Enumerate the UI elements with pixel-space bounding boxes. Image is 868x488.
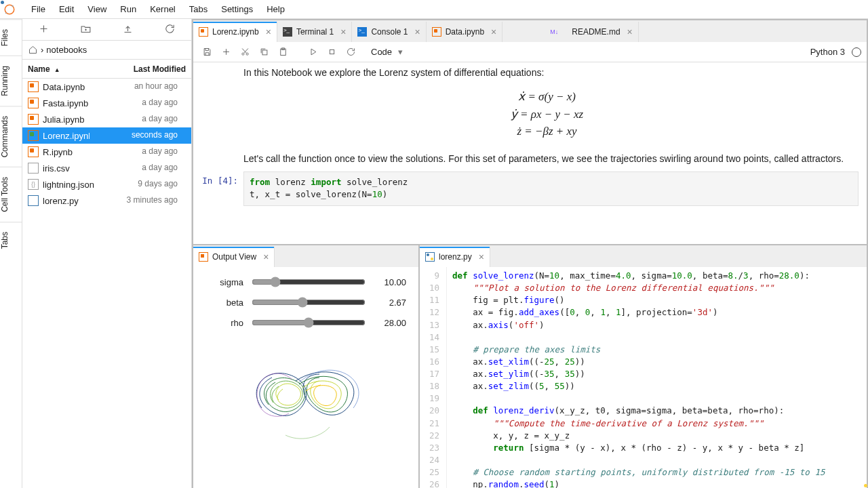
interrupt-button[interactable] bbox=[323, 44, 340, 60]
breadcrumb-item[interactable]: notebooks bbox=[46, 45, 87, 55]
file-browser-header[interactable]: Name▲ Last Modified bbox=[22, 60, 191, 79]
notebook-toolbar: Code Python 3 bbox=[193, 42, 867, 62]
markdown-cell[interactable]: In this Notebook we explore the Lorenz s… bbox=[243, 65, 850, 166]
close-icon[interactable]: × bbox=[266, 26, 271, 37]
insert-cell-button[interactable] bbox=[218, 44, 234, 60]
refresh-button[interactable] bbox=[160, 23, 180, 37]
close-icon[interactable]: × bbox=[415, 26, 420, 37]
new-launcher-button[interactable] bbox=[33, 23, 54, 37]
kernel-name[interactable]: Python 3 bbox=[810, 47, 849, 57]
slider-rho: rho 28.00 bbox=[205, 317, 406, 328]
nb-icon bbox=[28, 98, 39, 108]
py-icon bbox=[28, 195, 39, 206]
nbrun-icon bbox=[28, 130, 39, 141]
file-browser-toolbar bbox=[22, 19, 191, 41]
menu-view[interactable]: View bbox=[81, 1, 113, 17]
file-item[interactable]: lorenz.py 3 minutes ago bbox=[22, 192, 191, 209]
close-icon[interactable]: × bbox=[627, 26, 633, 37]
tab-data-ipynb[interactable]: Data.ipynb × bbox=[427, 22, 503, 42]
nb-icon bbox=[432, 27, 441, 37]
code-editor[interactable]: def solve_lorenz(N=10, max_time=4.0, sig… bbox=[447, 267, 867, 488]
sort-asc-icon: ▲ bbox=[54, 66, 60, 73]
app-menubar: FileEditViewRunKernelTabsSettingsHelp bbox=[0, 0, 868, 19]
svg-point-1 bbox=[12, 5, 13, 6]
tab-terminal-1[interactable]: Terminal 1 × bbox=[277, 22, 353, 42]
slider-beta: beta 2.67 bbox=[205, 297, 406, 308]
cell-type-selector[interactable]: Code bbox=[367, 45, 406, 58]
nb-icon bbox=[28, 81, 39, 92]
tab-output-view[interactable]: Output View × bbox=[193, 247, 275, 267]
kernel-status-icon bbox=[852, 47, 861, 57]
svg-rect-5 bbox=[262, 50, 267, 55]
rail-running[interactable]: Running bbox=[0, 56, 22, 106]
input-prompt: In [4]: bbox=[201, 171, 243, 205]
svg-point-2 bbox=[5, 12, 7, 14]
breadcrumb[interactable]: › notebooks bbox=[22, 41, 191, 60]
menu-edit[interactable]: Edit bbox=[52, 1, 81, 17]
menu-settings[interactable]: Settings bbox=[214, 1, 260, 17]
close-icon[interactable]: × bbox=[479, 251, 484, 262]
menu-run[interactable]: Run bbox=[113, 1, 143, 17]
cut-button[interactable] bbox=[237, 44, 253, 60]
upload-button[interactable] bbox=[118, 23, 138, 37]
menu-help[interactable]: Help bbox=[260, 1, 292, 17]
file-browser: › notebooks Name▲ Last Modified Data.ipy… bbox=[22, 19, 192, 488]
slider-sigma-input[interactable] bbox=[252, 277, 366, 287]
slider-rho-input[interactable] bbox=[252, 317, 366, 328]
json-icon bbox=[28, 179, 39, 190]
close-icon[interactable]: × bbox=[263, 251, 269, 262]
nb-icon bbox=[28, 146, 39, 157]
nb-icon bbox=[28, 114, 39, 125]
csv-icon bbox=[28, 163, 39, 174]
file-item[interactable]: iris.csv a day ago bbox=[22, 160, 191, 176]
rail-cell tools[interactable]: Cell Tools bbox=[0, 167, 22, 222]
close-icon[interactable]: × bbox=[340, 26, 346, 37]
file-item[interactable]: Lorenz.ipynb seconds ago bbox=[22, 127, 191, 144]
svg-point-4 bbox=[246, 53, 248, 55]
new-folder-button[interactable] bbox=[75, 23, 96, 37]
lorenz-plot bbox=[231, 340, 380, 459]
home-icon bbox=[28, 45, 38, 55]
editor-pane: lorenz.py × 9101112131415161718192021222… bbox=[420, 245, 867, 488]
menu-file[interactable]: File bbox=[24, 1, 52, 17]
slider-beta-input[interactable] bbox=[252, 297, 366, 308]
restart-button[interactable] bbox=[342, 44, 359, 60]
py-icon bbox=[425, 252, 435, 262]
file-item[interactable]: Data.ipynb an hour ago bbox=[22, 79, 191, 95]
svg-point-3 bbox=[241, 53, 243, 55]
line-gutter: 910111213141516171819202122232425262728 bbox=[420, 267, 447, 488]
file-item[interactable]: Fasta.ipynb a day ago bbox=[22, 95, 191, 111]
notebook-pane: Lorenz.ipynb × Terminal 1 × Console 1 × … bbox=[193, 20, 867, 244]
tab-readme-md[interactable]: README.md × bbox=[502, 22, 639, 42]
slider-sigma: sigma 10.00 bbox=[205, 277, 406, 287]
file-item[interactable]: lightning.json 9 days ago bbox=[22, 176, 191, 192]
paste-button[interactable] bbox=[275, 44, 291, 60]
rail-files[interactable]: Files bbox=[0, 19, 22, 56]
svg-rect-8 bbox=[330, 49, 334, 54]
tab-console-1[interactable]: Console 1 × bbox=[352, 22, 426, 42]
tab-lorenz-ipynb[interactable]: Lorenz.ipynb × bbox=[193, 22, 277, 42]
tab-lorenz-py[interactable]: lorenz.py × bbox=[420, 247, 490, 267]
rail-commands[interactable]: Commands bbox=[0, 106, 22, 167]
output-view-pane: Output View × sigma 10.00 beta 2.67 rho … bbox=[193, 245, 418, 488]
file-item[interactable]: R.ipynb a day ago bbox=[22, 144, 191, 160]
save-button[interactable] bbox=[199, 44, 215, 60]
run-button[interactable] bbox=[304, 44, 321, 60]
md-icon bbox=[550, 27, 559, 37]
code-cell[interactable]: In [4]: from lorenz import solve_lorenz … bbox=[201, 171, 859, 205]
menu-kernel[interactable]: Kernel bbox=[143, 1, 182, 17]
close-icon[interactable]: × bbox=[491, 26, 496, 37]
nb-icon bbox=[199, 27, 208, 37]
rail-tabs[interactable]: Tabs bbox=[0, 222, 22, 258]
out-icon bbox=[199, 252, 208, 262]
copy-button[interactable] bbox=[256, 44, 272, 60]
cons-icon bbox=[357, 27, 367, 37]
term-icon bbox=[283, 27, 292, 37]
file-item[interactable]: Julia.ipynb a day ago bbox=[22, 111, 191, 127]
menu-tabs[interactable]: Tabs bbox=[182, 1, 214, 17]
